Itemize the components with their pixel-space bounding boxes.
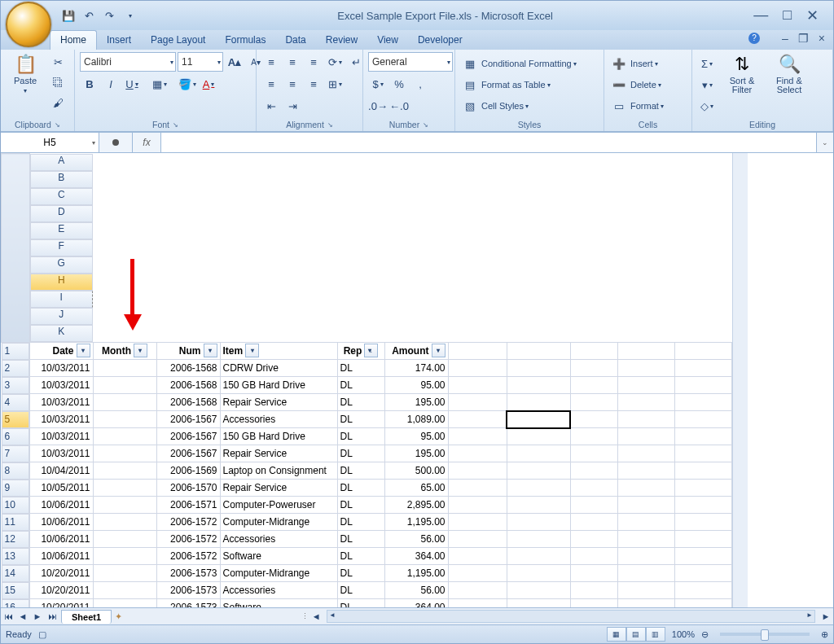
cell[interactable]: 150 GB Hard Drive xyxy=(220,377,337,394)
cell-J16[interactable] xyxy=(617,599,674,608)
cell-K13[interactable] xyxy=(674,548,731,565)
cell-K9[interactable] xyxy=(674,480,731,497)
row-header-8[interactable]: 8 xyxy=(2,462,29,480)
cell[interactable]: Repair Service xyxy=(220,445,337,462)
cell[interactable] xyxy=(93,582,156,599)
cell[interactable] xyxy=(93,411,156,428)
new-sheet-icon[interactable]: ✦ xyxy=(115,611,122,622)
help-icon[interactable]: ? xyxy=(748,33,760,44)
cell-H12[interactable] xyxy=(507,531,570,548)
cell[interactable]: 2006-1572 xyxy=(156,548,220,565)
cell[interactable]: Computer-Midrange xyxy=(220,565,337,582)
row-header-15[interactable]: 15 xyxy=(2,582,29,599)
cell-H13[interactable] xyxy=(507,548,570,565)
cell[interactable]: 10/03/2011 xyxy=(29,411,93,428)
cell[interactable] xyxy=(93,480,156,497)
grow-font-icon[interactable]: A▴ xyxy=(225,52,244,72)
cell[interactable]: 2006-1568 xyxy=(156,377,220,394)
col-header-F[interactable]: F xyxy=(30,239,94,256)
col-header-I[interactable]: I xyxy=(30,291,94,308)
number-launcher-icon[interactable]: ↘ xyxy=(423,121,428,129)
expand-formula-bar-icon[interactable]: ⌄ xyxy=(816,133,833,152)
cell[interactable]: DL xyxy=(337,582,384,599)
underline-button[interactable]: U xyxy=(122,74,142,94)
cell[interactable]: 500.00 xyxy=(384,462,448,480)
cell-J13[interactable] xyxy=(617,548,674,565)
cell[interactable]: Accessories xyxy=(220,582,337,599)
vertical-scrollbar[interactable] xyxy=(732,153,748,607)
cell[interactable]: 1,195.00 xyxy=(384,514,448,531)
macro-record-icon[interactable]: ▢ xyxy=(38,629,46,640)
cell[interactable]: Software xyxy=(220,548,337,565)
cell[interactable]: 1,195.00 xyxy=(384,565,448,582)
cell[interactable]: DL xyxy=(337,548,384,565)
cell-I2[interactable] xyxy=(570,360,617,377)
cell-K3[interactable] xyxy=(674,377,731,394)
maximize-button[interactable]: □ xyxy=(783,7,792,24)
col-header-D[interactable]: D xyxy=(30,205,94,222)
cell-I7[interactable] xyxy=(570,445,617,462)
redo-icon[interactable]: ↷ xyxy=(102,8,116,23)
cell[interactable]: Repair Service xyxy=(220,480,337,497)
cell[interactable]: 95.00 xyxy=(384,428,448,445)
cell-G6[interactable] xyxy=(448,428,507,445)
tab-home[interactable]: Home xyxy=(50,30,97,50)
fill-icon[interactable]: ▾ xyxy=(697,75,717,94)
cell[interactable]: DL xyxy=(337,377,384,394)
clipboard-launcher-icon[interactable]: ↘ xyxy=(55,121,60,129)
cell[interactable]: Repair Service xyxy=(220,394,337,411)
cell-styles-button[interactable]: ▧Cell Styles▾ xyxy=(460,96,529,116)
cell[interactable]: 2006-1573 xyxy=(156,599,220,608)
cell[interactable]: CDRW Drive xyxy=(220,360,337,377)
row-header-7[interactable]: 7 xyxy=(2,445,29,462)
fx-icon[interactable]: fx xyxy=(133,133,161,152)
row-header-5[interactable]: 5 xyxy=(2,411,29,428)
increase-indent-icon[interactable]: ⇥ xyxy=(283,96,302,116)
row-header-4[interactable]: 4 xyxy=(2,394,29,411)
row-header-14[interactable]: 14 xyxy=(2,565,29,582)
delete-cells-button[interactable]: ➖Delete▾ xyxy=(609,75,661,94)
cell-H6[interactable] xyxy=(507,428,570,445)
cell-H14[interactable] xyxy=(507,565,570,582)
cell[interactable]: 2006-1567 xyxy=(156,428,220,445)
cell[interactable] xyxy=(448,342,507,360)
cell[interactable] xyxy=(93,565,156,582)
cell[interactable]: Laptop on Consignment xyxy=(220,462,337,480)
col-header-A[interactable]: A xyxy=(30,154,94,171)
cell[interactable]: DL xyxy=(337,411,384,428)
cell[interactable]: DL xyxy=(337,480,384,497)
cell[interactable]: 150 GB Hard Drive xyxy=(220,428,337,445)
cell-G7[interactable] xyxy=(448,445,507,462)
align-right-icon[interactable]: ≡ xyxy=(304,74,323,94)
tab-formulas[interactable]: Formulas xyxy=(215,31,275,50)
increase-decimal-icon[interactable]: .0→ xyxy=(368,96,388,116)
row-header-2[interactable]: 2 xyxy=(2,360,29,377)
cell[interactable]: DL xyxy=(337,497,384,514)
borders-icon[interactable]: ▦ xyxy=(150,74,169,94)
tab-developer[interactable]: Developer xyxy=(408,31,472,50)
undo-icon[interactable]: ↶ xyxy=(81,8,96,23)
font-launcher-icon[interactable]: ↘ xyxy=(173,121,178,129)
font-name-combo[interactable]: Calibri xyxy=(80,52,176,72)
align-middle-icon[interactable]: ≡ xyxy=(283,52,302,72)
header-cell-amount[interactable]: Amount▾ xyxy=(384,342,448,360)
close-button[interactable]: ✕ xyxy=(806,7,819,24)
row-header-1[interactable]: 1 xyxy=(2,343,29,360)
cell[interactable]: Computer-Midrange xyxy=(220,514,337,531)
cell[interactable]: 10/03/2011 xyxy=(29,428,93,445)
fill-color-icon[interactable]: 🪣 xyxy=(178,74,197,94)
cell-I5[interactable] xyxy=(570,411,617,428)
tab-insert[interactable]: Insert xyxy=(97,31,141,50)
cell[interactable]: DL xyxy=(337,445,384,462)
cell[interactable]: DL xyxy=(337,531,384,548)
name-box[interactable]: H5 xyxy=(1,133,99,152)
find-select-button[interactable]: 🔍 Find & Select xyxy=(767,52,811,96)
col-header-H[interactable]: H xyxy=(30,274,94,291)
cell[interactable]: 10/03/2011 xyxy=(29,360,93,377)
cell-I13[interactable] xyxy=(570,548,617,565)
cell[interactable]: 65.00 xyxy=(384,480,448,497)
cut-icon[interactable]: ✂ xyxy=(48,52,68,72)
cell-K15[interactable] xyxy=(674,582,731,599)
clear-icon[interactable]: ◇ xyxy=(697,96,717,116)
cell[interactable]: DL xyxy=(337,565,384,582)
